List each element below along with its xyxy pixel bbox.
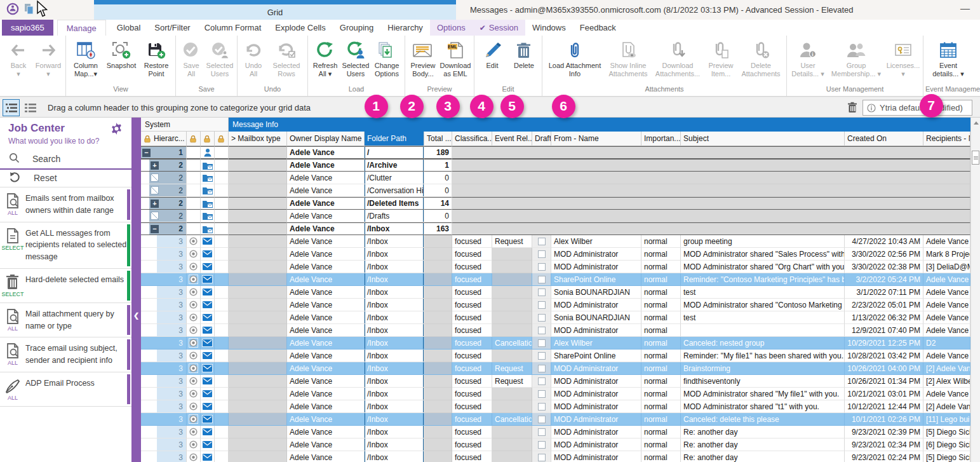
refresh-all-button[interactable]: Refresh All ▾ <box>310 36 340 85</box>
column-header-draft[interactable]: Draft <box>532 132 551 146</box>
draft-checkbox[interactable] <box>538 250 546 258</box>
expander-minus[interactable]: − <box>151 225 159 233</box>
column-header-lock2[interactable] <box>201 132 215 146</box>
message-row[interactable]: 3Adele Vance/InboxfocusedSharePoint Onli… <box>141 273 980 286</box>
message-row[interactable]: 3Adele Vance/InboxfocusedMOD Administrat… <box>141 324 980 337</box>
group-view-flat-button[interactable] <box>22 99 39 116</box>
column-header-owner[interactable]: Owner Display Name <box>287 132 365 146</box>
job-item[interactable]: ALLMail attachment query by name or type <box>0 303 131 338</box>
tab-feedback[interactable]: Feedback <box>573 20 623 36</box>
licenses-button[interactable]: Licenses... ▾ <box>885 36 921 85</box>
minimize-button[interactable]: — <box>960 3 970 13</box>
column-header-subject[interactable]: Subject <box>681 132 845 146</box>
column-header-hier[interactable]: Hierarc... <box>141 132 187 146</box>
tab-windows[interactable]: Windows <box>525 20 573 36</box>
draft-checkbox[interactable] <box>538 416 546 423</box>
folder-row[interactable]: 2Adele Vance/Clutter0 <box>141 172 980 184</box>
message-row[interactable]: 3Adele Vance/InboxfocusedRequestAlex Wil… <box>141 235 980 248</box>
column-header-importance[interactable]: Importan... <box>641 132 681 146</box>
snapshot-button[interactable]: Snapshot <box>104 36 139 85</box>
column-map-button[interactable]: Column Map...▾ <box>68 36 104 85</box>
draft-checkbox[interactable] <box>538 289 546 296</box>
message-row[interactable]: 3Adele Vance/InboxfocusedCancellationMOD… <box>141 413 980 426</box>
column-group-message-info[interactable]: Message Info <box>229 118 970 132</box>
tab-manage[interactable]: Manage <box>57 20 106 36</box>
document-tab[interactable]: Grid <box>94 4 456 20</box>
expander-plus[interactable]: + <box>151 161 159 170</box>
tab-hierarchy[interactable]: Hierarchy <box>380 20 430 36</box>
message-row[interactable]: 3Adele Vance/InboxfocusedRequestMOD Admi… <box>141 362 980 375</box>
message-row[interactable]: 3Adele Vance/InboxfocusedMOD Administrat… <box>141 261 980 273</box>
folder-row[interactable]: 2−Adele Vance/Inbox163 <box>141 222 980 235</box>
draft-checkbox[interactable] <box>538 276 546 283</box>
expander-plus[interactable]: + <box>151 200 159 208</box>
gear-icon[interactable] <box>111 123 123 137</box>
attach-inline-button[interactable]: Show Inline Attachments <box>605 36 651 85</box>
folder-row[interactable]: 2+Adele Vance/Deleted Items14 <box>141 197 980 210</box>
draft-checkbox[interactable] <box>538 403 546 411</box>
job-item[interactable]: ALLADP Email Process <box>0 372 131 407</box>
message-row[interactable]: 3Adele Vance/InboxfocusedMOD Administrat… <box>141 248 980 261</box>
folder-row[interactable]: 2Adele Vance/Drafts0 <box>141 210 980 222</box>
job-item[interactable]: ALLTrace email using subject, sender and… <box>0 337 131 372</box>
view-selector[interactable]: Ytria default (modified) <box>863 100 972 116</box>
save-users-button[interactable]: Selected Users <box>205 36 235 85</box>
draft-checkbox[interactable] <box>538 365 546 372</box>
copy-icon[interactable] <box>23 3 34 17</box>
preview-body-button[interactable]: Preview Body... <box>407 36 439 85</box>
vertical-scrollbar[interactable] <box>970 118 980 462</box>
expander-minus[interactable]: − <box>142 149 151 157</box>
change-options-button[interactable]: Change Options <box>371 36 403 85</box>
draft-checkbox[interactable] <box>538 314 546 322</box>
column-header-total[interactable]: Total ... <box>424 132 452 146</box>
message-row[interactable]: 3Adele Vance/InboxfocusedSonia BOUNARDJI… <box>141 286 980 299</box>
scroll-up-arrow[interactable] <box>971 118 980 128</box>
tab-global[interactable]: Global <box>110 20 148 36</box>
folder-row[interactable]: 2Adele Vance/Conversation Hi0 <box>141 184 980 197</box>
message-row[interactable]: 3Adele Vance/InboxfocusedMOD Administrat… <box>141 438 980 451</box>
group-view-hierarchical-button[interactable] <box>3 99 20 116</box>
folder-row[interactable]: 2+Adele Vance/Archive1 <box>141 159 980 172</box>
scrollbar-thumb[interactable] <box>972 151 979 165</box>
message-row[interactable]: 3Adele Vance/InboxfocusedMOD Administrat… <box>141 451 980 462</box>
message-row[interactable]: 3Adele Vance/InboxfocusedSonia BOUNARDJI… <box>141 311 980 324</box>
draft-checkbox[interactable] <box>538 428 546 436</box>
tab-sort-filter[interactable]: Sort/Filter <box>147 20 197 36</box>
attach-delete-button[interactable]: Delete Attachments <box>737 36 784 85</box>
attach-download-button[interactable]: Download Attachments... <box>651 36 704 85</box>
message-row[interactable]: 3Adele Vance/InboxfocusedCancellationAle… <box>141 337 980 350</box>
column-header-created_on[interactable]: Created On <box>845 132 923 146</box>
undo-rows-button[interactable]: Selected Rows <box>267 36 305 85</box>
message-row[interactable]: 3Adele Vance/InboxfocusedMOD Administrat… <box>141 400 980 413</box>
column-header-folder[interactable]: Folder Path <box>365 132 424 146</box>
column-header-recipients[interactable]: Recipients - N... <box>923 132 970 146</box>
column-header-lock1[interactable] <box>187 132 201 146</box>
draft-checkbox[interactable] <box>538 238 546 245</box>
tab-column-format[interactable]: Column Format <box>198 20 269 36</box>
delete-view-icon[interactable] <box>847 102 857 115</box>
edit-button[interactable]: Edit <box>476 36 508 85</box>
draft-checkbox[interactable] <box>538 263 546 271</box>
attach-info-button[interactable]: Load Attachment Info <box>544 36 605 85</box>
restore-point-button[interactable]: Restore Point <box>139 36 173 85</box>
job-item[interactable]: SELECTGet ALL messages from recipients r… <box>0 222 131 269</box>
draft-checkbox[interactable] <box>538 352 546 360</box>
draft-checkbox[interactable] <box>538 441 546 449</box>
folder-row[interactable]: 1−Adele Vance/189 <box>141 146 980 159</box>
draft-checkbox[interactable] <box>538 390 546 398</box>
attach-preview-button[interactable]: Preview Item... <box>704 36 737 85</box>
delete-button[interactable]: Delete <box>508 36 540 85</box>
job-item[interactable]: SELECTHard-delete selected emails <box>0 269 131 303</box>
reset-button[interactable]: Reset <box>0 170 131 187</box>
event-details-button[interactable]: Event details... ▾ <box>925 36 971 85</box>
column-header-lock3[interactable] <box>215 132 229 146</box>
message-row[interactable]: 3Adele Vance/InboxfocusedRequestMOD Admi… <box>141 375 980 388</box>
user-details-button[interactable]: iUser Details... ▾ <box>789 36 827 85</box>
undo-all-button[interactable]: Undo All <box>239 36 267 85</box>
column-header-event_related[interactable]: Event Rel... <box>492 132 532 146</box>
download-eml-button[interactable]: EMLDownload as EML <box>439 36 472 85</box>
back-button[interactable]: Back ▾ <box>4 36 33 85</box>
draft-checkbox[interactable] <box>538 339 546 347</box>
draft-checkbox[interactable] <box>538 327 546 334</box>
tab-grouping[interactable]: Grouping <box>333 20 380 36</box>
